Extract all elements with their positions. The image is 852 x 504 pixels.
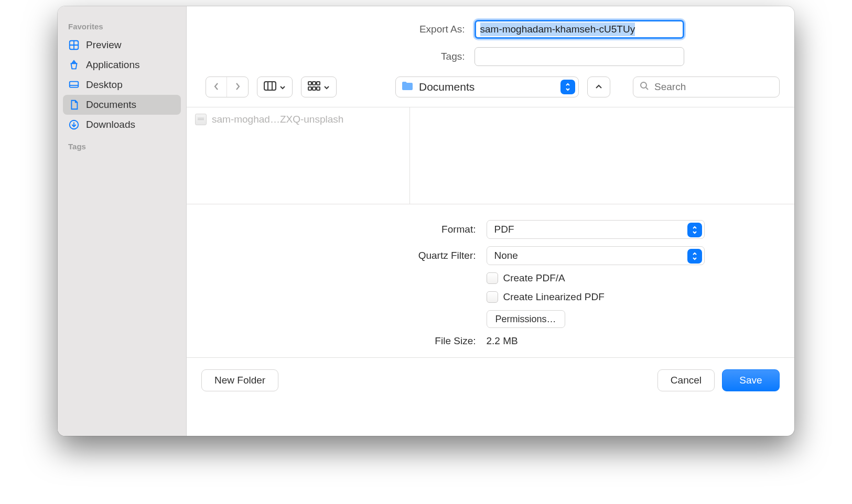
cancel-button[interactable]: Cancel	[657, 369, 715, 391]
document-icon	[68, 99, 80, 111]
forward-button[interactable]	[227, 77, 248, 97]
create-pdfa-label: Create PDF/A	[503, 272, 565, 284]
quartz-filter-popup[interactable]: None	[487, 246, 705, 265]
dialog-footer: New Folder Cancel Save	[187, 358, 794, 404]
create-linearized-checkbox[interactable]	[487, 291, 498, 303]
format-label: Format:	[275, 224, 476, 235]
new-folder-button[interactable]: New Folder	[201, 369, 278, 391]
apps-icon	[68, 59, 80, 71]
svg-rect-11	[317, 82, 320, 85]
sidebar-item-applications[interactable]: Applications	[63, 55, 181, 75]
quartz-filter-value: None	[494, 250, 518, 261]
save-button[interactable]: Save	[722, 369, 780, 391]
view-columns-button[interactable]	[257, 76, 293, 97]
file-icon	[195, 114, 207, 125]
sidebar-item-label: Desktop	[86, 79, 123, 91]
location-popup[interactable]: Documents	[395, 76, 579, 97]
chevron-down-icon	[279, 82, 286, 92]
export-dialog: Favorites Preview Applications Desktop D…	[58, 6, 794, 436]
view-group-button[interactable]	[301, 76, 337, 97]
search-field[interactable]	[633, 76, 780, 97]
sidebar-item-label: Preview	[86, 39, 122, 51]
browser-column-1[interactable]: sam-moghad…ZXQ-unsplash	[187, 107, 410, 204]
sidebar-heading-favorites: Favorites	[63, 15, 181, 35]
sidebar-item-label: Documents	[86, 99, 136, 111]
download-icon	[68, 119, 80, 130]
svg-rect-6	[264, 82, 276, 90]
svg-rect-12	[308, 87, 311, 90]
svg-rect-14	[317, 87, 320, 90]
export-as-value: sam-moghadam-khamseh-cU5TUy	[480, 23, 635, 36]
desktop-icon	[68, 79, 80, 91]
tags-label: Tags:	[287, 51, 465, 62]
create-linearized-label: Create Linearized PDF	[503, 291, 605, 303]
file-item[interactable]: sam-moghad…ZXQ-unsplash	[187, 111, 409, 128]
folder-icon	[401, 81, 414, 93]
chevron-right-icon	[234, 81, 241, 93]
sidebar-item-documents[interactable]: Documents	[63, 95, 181, 115]
sidebar-heading-tags: Tags	[63, 135, 181, 155]
back-button[interactable]	[206, 77, 227, 97]
group-icon	[308, 81, 320, 93]
export-as-input[interactable]: sam-moghadam-khamseh-cU5TUy	[474, 20, 684, 39]
permissions-button[interactable]: Permissions…	[487, 310, 565, 328]
browser-column-2[interactable]	[410, 107, 794, 204]
updown-icon	[687, 249, 702, 264]
svg-line-16	[646, 87, 648, 90]
svg-point-15	[641, 82, 646, 88]
svg-rect-9	[308, 82, 311, 85]
updown-icon	[687, 223, 702, 237]
format-value: PDF	[494, 224, 514, 235]
sidebar-item-downloads[interactable]: Downloads	[63, 115, 181, 135]
search-icon	[640, 81, 649, 93]
quartz-filter-label: Quartz Filter:	[275, 250, 476, 261]
collapse-button[interactable]	[587, 76, 610, 97]
grid-icon	[68, 39, 80, 51]
sidebar-item-label: Applications	[86, 59, 139, 71]
file-size-label: File Size:	[275, 335, 476, 347]
main-panel: Export As: sam-moghadam-khamseh-cU5TUy T…	[187, 6, 794, 436]
chevron-down-icon	[323, 82, 330, 92]
create-linearized-row[interactable]: Create Linearized PDF	[487, 291, 707, 303]
svg-rect-10	[312, 82, 316, 85]
finder-toolbar: Documents	[187, 73, 794, 107]
svg-rect-3	[70, 82, 79, 87]
create-pdfa-row[interactable]: Create PDF/A	[487, 272, 707, 284]
file-name: sam-moghad…ZXQ-unsplash	[212, 114, 343, 125]
export-options: Format: PDF Quartz Filter: None Create P…	[187, 204, 794, 358]
format-popup[interactable]: PDF	[487, 220, 705, 239]
sidebar-item-desktop[interactable]: Desktop	[63, 75, 181, 95]
updown-icon	[560, 80, 575, 94]
file-browser: sam-moghad…ZXQ-unsplash	[187, 107, 794, 204]
chevron-left-icon	[213, 81, 220, 93]
sidebar-item-preview[interactable]: Preview	[63, 35, 181, 55]
export-form: Export As: sam-moghadam-khamseh-cU5TUy T…	[187, 6, 794, 73]
sidebar: Favorites Preview Applications Desktop D…	[58, 6, 187, 436]
svg-rect-13	[312, 87, 316, 90]
sidebar-item-label: Downloads	[86, 119, 135, 130]
search-input[interactable]	[654, 81, 773, 93]
location-label: Documents	[419, 81, 555, 93]
file-size-value: 2.2 MB	[487, 335, 707, 347]
create-pdfa-checkbox[interactable]	[487, 272, 498, 284]
export-as-label: Export As:	[287, 24, 465, 35]
tags-input[interactable]	[474, 47, 684, 66]
columns-icon	[264, 81, 276, 93]
permissions-label: Permissions…	[495, 314, 556, 325]
nav-back-forward	[206, 76, 249, 97]
chevron-up-icon	[595, 82, 602, 92]
